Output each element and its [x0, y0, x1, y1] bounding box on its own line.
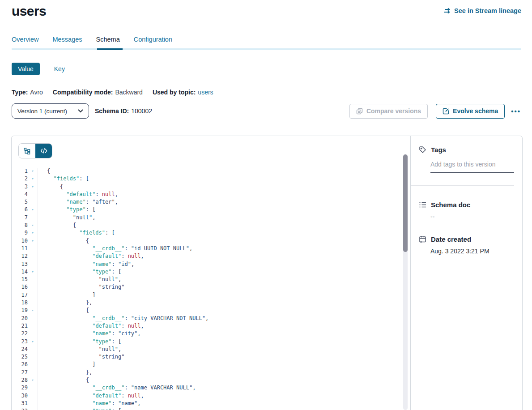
code-line: 20 "__crdb__": "city VARCHAR NOT NULL",: [12, 315, 410, 322]
tag-icon: [419, 146, 426, 154]
line-number: 17: [12, 291, 28, 299]
code-line: 3▾ {: [12, 183, 410, 191]
code-line: 19▾ {: [12, 307, 410, 314]
date-created-heading: Date created: [431, 235, 471, 243]
code-text: "__crdb__": "name VARCHAR NULL",: [38, 384, 196, 392]
fold-spacer: [28, 353, 38, 361]
code-text: "fields": [: [38, 175, 89, 183]
code-line: 4 "default": null,: [12, 191, 410, 198]
tree-icon: [24, 148, 30, 154]
code-text: "default": null,: [38, 322, 144, 330]
line-number: 8: [12, 222, 28, 229]
fold-spacer: [28, 315, 38, 322]
fold-triangle-down-icon[interactable]: ▾: [28, 237, 38, 245]
tags-heading: Tags: [431, 146, 446, 154]
code-editor[interactable]: 1▾{2▾ "fields": [3▾ {4 "default": null,5…: [12, 167, 410, 410]
line-number: 9: [12, 229, 28, 237]
tags-heading-row: Tags: [419, 146, 514, 154]
code-line: 9▾ "fields": [: [12, 229, 410, 237]
vertical-scrollbar[interactable]: [403, 154, 408, 410]
line-number: 20: [12, 315, 28, 322]
code-text: "default": null,: [38, 191, 118, 198]
code-text: ]: [38, 361, 95, 368]
fold-triangle-down-icon[interactable]: ▾: [28, 206, 38, 214]
line-number: 7: [12, 214, 28, 222]
stream-lineage-link[interactable]: See in Stream lineage: [443, 7, 521, 14]
version-select[interactable]: Version 1 (current): [12, 103, 89, 119]
edit-icon: [443, 108, 449, 115]
fold-triangle-down-icon[interactable]: ▾: [28, 307, 38, 314]
code-view-button[interactable]: [35, 144, 52, 158]
code-text: "type": [: [38, 268, 121, 276]
used-by-topic: Used by topic:users: [153, 89, 213, 96]
code-line: 23▾ "type": [: [12, 338, 410, 346]
calendar-plus-icon: [419, 235, 426, 243]
code-text: "__crdb__": "id UUID NOT NULL",: [38, 245, 192, 252]
compare-versions-button[interactable]: Compare versions: [349, 104, 428, 119]
list-icon: [419, 201, 426, 208]
active-tab-indicator: [97, 48, 123, 50]
tree-view-button[interactable]: [19, 144, 35, 158]
fold-triangle-down-icon[interactable]: ▾: [28, 175, 38, 183]
code-text: "null",: [38, 276, 121, 283]
code-text: "default": null,: [38, 252, 144, 260]
stream-lineage-label: See in Stream lineage: [454, 7, 521, 14]
code-line: 22 "name": "city",: [12, 330, 410, 337]
date-created-heading-row: Date created: [419, 235, 514, 243]
code-line: 27 },: [12, 369, 410, 376]
scrollbar-thumb[interactable]: [403, 154, 408, 252]
key-toggle-button[interactable]: Key: [51, 65, 68, 73]
tab-bar: Overview Messages Schema Configuration: [12, 36, 521, 50]
fold-spacer: [28, 384, 38, 392]
fold-triangle-down-icon[interactable]: ▾: [28, 167, 38, 175]
code-text: "name": "name",: [38, 400, 141, 407]
fold-spacer: [28, 252, 38, 260]
line-number: 31: [12, 400, 28, 407]
code-line: 25 "string": [12, 353, 410, 361]
tab-schema[interactable]: Schema: [96, 36, 120, 48]
code-line: 8▾ {: [12, 222, 410, 229]
fold-triangle-down-icon[interactable]: ▾: [28, 229, 38, 237]
fold-spacer: [28, 283, 38, 291]
code-text: "__crdb__": "city VARCHAR NOT NULL",: [38, 315, 209, 322]
fold-spacer: [28, 361, 38, 368]
code-line: 26 ]: [12, 361, 410, 368]
chevron-down-icon: [78, 109, 83, 113]
value-toggle-button[interactable]: Value: [12, 63, 40, 75]
evolve-schema-button[interactable]: Evolve schema: [436, 104, 505, 119]
more-actions-button[interactable]: •••: [509, 107, 523, 115]
fold-spacer: [28, 191, 38, 198]
line-number: 29: [12, 384, 28, 392]
fold-triangle-down-icon[interactable]: ▾: [28, 407, 38, 410]
code-line: 16 "string": [12, 283, 410, 291]
line-number: 12: [12, 252, 28, 260]
fold-triangle-down-icon[interactable]: ▾: [28, 376, 38, 384]
tab-configuration[interactable]: Configuration: [134, 36, 172, 48]
code-text: "name": "id",: [38, 261, 134, 268]
tags-input[interactable]: [430, 161, 514, 173]
code-text: {: [38, 167, 50, 175]
tags-section: Tags: [419, 146, 514, 173]
fold-triangle-down-icon[interactable]: ▾: [28, 268, 38, 276]
line-number: 32: [12, 407, 28, 410]
fold-triangle-down-icon[interactable]: ▾: [28, 338, 38, 346]
fold-triangle-down-icon[interactable]: ▾: [28, 222, 38, 229]
topic-link[interactable]: users: [198, 89, 213, 96]
schema-doc-section: Schema doc --: [419, 201, 514, 220]
line-number: 23: [12, 338, 28, 346]
line-number: 21: [12, 322, 28, 330]
gutter-separator: [38, 168, 38, 410]
code-text: "fields": [: [38, 229, 115, 237]
code-line: 10▾ {: [12, 237, 410, 245]
code-line: 31 "name": "name",: [12, 400, 410, 407]
code-pane: 1▾{2▾ "fields": [3▾ {4 "default": null,5…: [12, 136, 410, 410]
code-text: "string": [38, 353, 124, 361]
code-text: "name": "after",: [38, 198, 118, 206]
code-line: 29 "__crdb__": "name VARCHAR NULL",: [12, 384, 410, 392]
fold-triangle-down-icon[interactable]: ▾: [28, 183, 38, 191]
tab-messages[interactable]: Messages: [52, 36, 82, 48]
line-number: 28: [12, 376, 28, 384]
line-number: 1: [12, 167, 28, 175]
code-text: "string": [38, 283, 124, 291]
tab-overview[interactable]: Overview: [12, 36, 38, 48]
